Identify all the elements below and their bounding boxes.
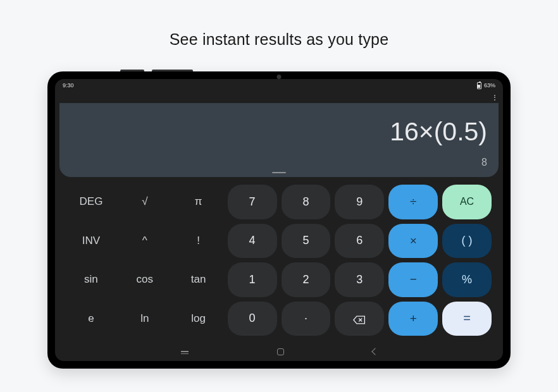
battery-icon xyxy=(477,82,481,89)
result-text: 8 xyxy=(481,157,487,168)
status-time: 9:30 xyxy=(63,82,74,89)
status-bar: 9:30 63% xyxy=(55,79,503,92)
key-backspace[interactable] xyxy=(335,302,384,336)
key-5[interactable]: 5 xyxy=(282,224,331,259)
nav-recent-icon[interactable] xyxy=(181,351,189,352)
key-1[interactable]: 1 xyxy=(228,262,277,297)
key-dot[interactable]: · xyxy=(282,302,331,336)
battery-percent: 63% xyxy=(484,82,495,89)
keypad: DEG √ π 7 8 9 ÷ AC INV ^ ! 4 5 6 × ( ) s… xyxy=(55,177,503,342)
key-ln[interactable]: ln xyxy=(120,302,170,336)
key-ac[interactable]: AC xyxy=(442,185,492,219)
navigation-bar xyxy=(55,342,503,361)
key-multiply[interactable]: × xyxy=(388,224,438,259)
key-3[interactable]: 3 xyxy=(335,262,384,297)
more-options-icon[interactable] xyxy=(494,95,495,101)
app-bar xyxy=(55,92,503,103)
key-power[interactable]: ^ xyxy=(120,224,170,259)
key-tan[interactable]: tan xyxy=(174,262,223,297)
status-right: 63% xyxy=(477,82,495,89)
key-sqrt[interactable]: √ xyxy=(120,185,170,219)
key-divide[interactable]: ÷ xyxy=(388,185,438,219)
drag-handle[interactable] xyxy=(272,172,286,173)
key-0[interactable]: 0 xyxy=(228,302,277,336)
key-subtract[interactable]: − xyxy=(388,262,438,297)
key-log[interactable]: log xyxy=(174,302,223,336)
key-deg[interactable]: DEG xyxy=(66,185,116,219)
backspace-icon xyxy=(353,314,366,323)
key-equals[interactable]: = xyxy=(442,302,492,336)
key-pi[interactable]: π xyxy=(174,185,223,219)
key-parentheses[interactable]: ( ) xyxy=(442,224,492,259)
key-4[interactable]: 4 xyxy=(228,224,277,259)
nav-back-icon[interactable] xyxy=(371,348,378,355)
calculator-display: 16×(0.5) 8 xyxy=(59,103,499,177)
key-percent[interactable]: % xyxy=(442,262,492,297)
tablet-frame: 9:30 63% 16×(0.5) 8 DEG √ π 7 8 9 ÷ AC xyxy=(47,71,511,369)
key-2[interactable]: 2 xyxy=(282,262,331,297)
key-6[interactable]: 6 xyxy=(335,224,384,259)
tablet-screen: 9:30 63% 16×(0.5) 8 DEG √ π 7 8 9 ÷ AC xyxy=(55,79,503,361)
power-button-physical xyxy=(120,70,144,71)
tagline: See instant results as you type xyxy=(170,30,389,49)
volume-button-physical xyxy=(152,70,193,71)
key-8[interactable]: 8 xyxy=(282,185,331,219)
key-sin[interactable]: sin xyxy=(66,262,116,297)
expression-text[interactable]: 16×(0.5) xyxy=(390,117,487,147)
key-7[interactable]: 7 xyxy=(228,185,277,219)
key-factorial[interactable]: ! xyxy=(174,224,223,259)
key-e[interactable]: e xyxy=(66,302,116,336)
key-cos[interactable]: cos xyxy=(120,262,170,297)
key-inv[interactable]: INV xyxy=(66,224,116,259)
key-add[interactable]: + xyxy=(388,302,438,336)
key-9[interactable]: 9 xyxy=(335,185,384,219)
nav-home-icon[interactable] xyxy=(277,348,284,355)
